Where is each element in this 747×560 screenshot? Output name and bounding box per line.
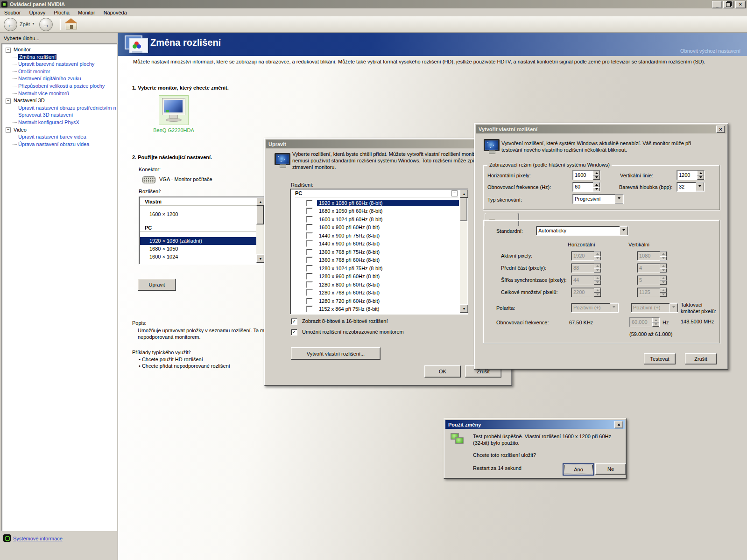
spin-down-icon[interactable] [593,187,600,192]
tree-item-otocit-monitor[interactable]: Otočit monitor [2,68,117,76]
resolution-checkbox[interactable] [306,249,313,255]
resolution-checkbox[interactable] [306,200,313,206]
spin-up-icon[interactable] [593,182,600,187]
scrollbar-thumb[interactable] [256,206,264,224]
standard-dropdown[interactable]: Automaticky [536,226,628,236]
resolution-checkbox[interactable] [306,224,313,231]
tree-item-upravit-obraz-3d[interactable]: Upravit nastavení obrazu prostřednictvím… [2,105,117,112]
resolution-option[interactable]: 1360 x 768 při 60Hz (8-bit) [317,257,381,263]
menu-soubor[interactable]: Soubor [0,9,25,16]
edit-list-scrollbar[interactable]: ▲ ▼ [460,189,467,313]
collapse-icon[interactable]: − [6,48,11,53]
close-button[interactable]: × [735,1,746,8]
tree-item-obraz-videa[interactable]: Úprava nastavení obrazu videa [2,141,117,148]
resolution-option[interactable]: 1280 x 800 při 60Hz (8-bit) [317,281,381,288]
resolution-option[interactable]: 1152 x 864 při 75Hz (8-bit) [317,306,381,312]
resolution-checkbox[interactable] [306,265,313,272]
back-dropdown-icon[interactable]: ▼ [32,22,35,25]
color-depth-dropdown[interactable]: 32 [677,182,705,192]
spin-down-icon[interactable] [697,175,704,180]
resolution-option[interactable]: 1280 x 1024 při 75Hz (8-bit) [317,265,384,272]
scroll-down-icon[interactable]: ▼ [460,304,468,313]
resolution-option[interactable]: 1360 x 768 při 75Hz (8-bit) [317,249,381,255]
close-dialog-button[interactable]: × [716,126,725,133]
system-info-icon[interactable] [3,534,11,542]
tree-item-vice-monitoru[interactable]: Nastavit více monitorů [2,90,117,98]
resolution-checkbox[interactable] [306,298,313,304]
tree-item-barvy-videa[interactable]: Upravit nastavení barev videa [2,133,117,141]
collapse-group-icon[interactable]: − [451,190,458,196]
resolution-checkbox[interactable] [306,240,313,247]
resolution-checkbox[interactable] [306,281,313,288]
tree-group-nastaveni-3d[interactable]: Nastavení 3D [14,98,45,103]
spin-up-icon[interactable] [697,171,704,175]
forward-button[interactable]: → [39,18,53,31]
allow-hidden-checkbox[interactable]: ✓ [291,329,297,336]
tree-item-zmena-rozliseni[interactable]: Změna rozlišení [18,54,56,60]
menu-napoveda[interactable]: Nápověda [99,9,131,16]
cancel-button[interactable]: Zrušit [685,353,717,364]
resolution-option[interactable]: 1600 x 900 při 60Hz (8-bit) [317,224,381,231]
resolution-option[interactable]: 1680 x 1050 při 60Hz (8-bit) [317,208,384,214]
resolution-option[interactable]: 1280 x 768 při 60Hz (8-bit) [317,289,381,296]
scrollbar-thumb[interactable] [460,198,467,221]
tree-item-barevne-nastaveni[interactable]: Upravit barevné nastavení plochy [2,61,117,68]
tree-item-physx[interactable]: Nastavit konfiguraci PhysX [2,119,117,126]
spin-up-icon[interactable] [593,171,600,175]
menu-plocha[interactable]: Plocha [49,9,74,16]
resolution-checkbox[interactable] [306,306,313,312]
minimize-button[interactable]: _ [712,1,722,8]
create-custom-resolution-button[interactable]: Vytvořit vlastní rozlišení... [291,347,381,360]
resolution-checkbox[interactable] [306,257,313,263]
menu-monitor[interactable]: Monitor [74,9,99,16]
collapse-icon[interactable]: − [6,127,11,133]
back-button[interactable]: ← [4,18,17,31]
show-8bit-checkbox[interactable]: ✓ [291,318,297,325]
apply-dialog-title-bar[interactable]: Použít změny [445,420,625,429]
resolution-checkbox[interactable] [306,232,313,239]
no-button[interactable]: Ne [595,463,626,475]
resolution-option[interactable]: 1280 x 720 při 60Hz (8-bit) [317,298,381,304]
home-icon[interactable] [66,23,77,29]
edit-button[interactable]: Upravit [138,279,176,291]
h-pixels-spinner[interactable]: 1600 [572,170,600,180]
refresh-rate-spinner[interactable]: 60 [572,182,600,192]
resolution-option[interactable]: 1280 x 960 při 60Hz (8-bit) [317,273,381,280]
yes-button[interactable]: Ano [563,463,594,476]
resolution-option[interactable]: 1600 x 1024 při 60Hz (8-bit) [317,216,384,223]
resolution-option-selected[interactable]: 1920 × 1080 (základní) [140,237,263,245]
resolution-option-selected[interactable]: 1920 x 1080 při 60Hz (8-bit) [317,200,459,206]
monitor-tile[interactable] [159,95,189,125]
scroll-up-icon[interactable]: ▲ [460,189,468,198]
ok-button[interactable]: OK [424,365,461,378]
tree-item-spravovat-3d[interactable]: Spravovat 3D nastavení [2,112,117,119]
resolution-checkbox[interactable] [306,216,313,223]
collapse-icon[interactable]: − [6,98,11,104]
resolution-option[interactable]: 747 × 560 [149,211,178,217]
restore-defaults-link[interactable]: Obnovit výchozí nastavení [680,48,740,54]
resolution-list-scrollbar[interactable]: ▲ ▼ [256,197,264,263]
dropdown-arrow-icon[interactable] [615,195,623,203]
dropdown-arrow-icon[interactable] [696,182,704,191]
tree-group-video[interactable]: Video [14,127,27,133]
restore-button[interactable] [723,1,733,8]
resolution-option[interactable]: 1440 x 900 při 60Hz (8-bit) [317,240,381,247]
tree-group-monitor[interactable]: Monitor [14,47,31,52]
resolution-checkbox[interactable] [306,208,313,214]
tree-item-prizpusobeni[interactable]: Přizpůsobení velikosti a pozice plochy [2,83,117,90]
tree-item-digitalni-zvuk[interactable]: Nastavení digitálního zvuku [2,75,117,83]
resolution-option[interactable]: 1440 x 900 při 75Hz (8-bit) [317,232,381,239]
menu-upravy[interactable]: Úpravy [25,9,49,16]
test-button[interactable]: Testovat [644,353,676,364]
close-dialog-button[interactable]: × [614,421,623,428]
resolution-checkbox[interactable] [306,273,313,280]
custom-dialog-title-bar[interactable]: Vytvořit vlastní rozlišení [476,125,726,133]
system-info-link[interactable]: Systémové informace [13,536,63,541]
scan-type-dropdown[interactable]: Progresivní [572,194,624,204]
v-lines-spinner[interactable]: 1200 [677,170,705,180]
back-label[interactable]: Zpět [20,21,30,27]
spin-down-icon[interactable] [593,175,600,180]
resolution-option[interactable]: 1680 × 1050 [149,246,178,252]
resolution-option[interactable]: 1600 × 1024 [149,254,178,259]
resolution-checkbox[interactable] [306,289,313,296]
